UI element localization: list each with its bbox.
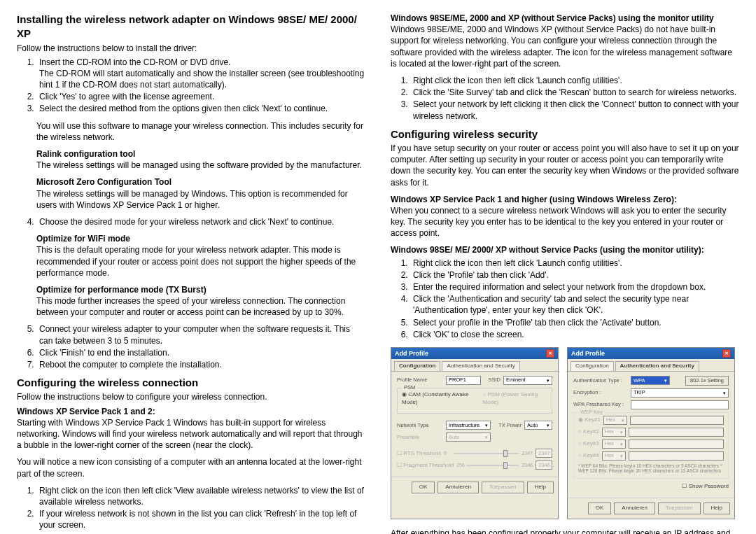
profile-name-label: Profile Name — [397, 377, 443, 384]
install-step-5: Connect your wireless adapter to your co… — [36, 323, 365, 346]
wifi-text: This is the default operating mode for y… — [36, 244, 365, 279]
security-heading: Configuring wireless security — [391, 127, 739, 141]
wifi-heading: Optimize for WiFi mode — [36, 233, 365, 244]
add-profile-dialog-config: Add Profile × Configuration Authenticati… — [391, 347, 559, 519]
monitor-step-1: Right click the icon then left click 'La… — [410, 75, 739, 86]
add-profile-dialog-auth: Add Profile × Configuration Authenticati… — [567, 347, 735, 519]
ssid-label: SSID — [484, 377, 500, 384]
install-list-a: Insert the CD-ROM into the CD-ROM or DVD… — [17, 57, 365, 115]
sec-step-2: Click the 'Profile' tab then click 'Add'… — [410, 269, 739, 281]
sec-step-6: Click 'OK' to close the screen. — [410, 329, 739, 340]
ralink-text: The wireless settings will be managed us… — [36, 160, 365, 171]
left-column: Installing the wireless network adapter … — [17, 13, 365, 534]
psm-radio[interactable]: PSM (Power Saving Mode) — [482, 391, 547, 407]
help-button-2[interactable]: Help — [704, 503, 730, 514]
security-list: Right click the icon then left click 'La… — [391, 258, 739, 340]
network-type-label: Network Type — [397, 422, 443, 429]
wifi-block: Optimize for WiFi mode This is the defau… — [36, 233, 365, 279]
config-step-3: When your wireless network is found you … — [36, 532, 365, 535]
txburst-text: This mode further increases the speed of… — [36, 295, 365, 318]
install-list-c: Connect your wireless adapter to your co… — [17, 323, 365, 370]
encryption-label: Encryption : — [573, 389, 628, 396]
key4-radio: Key#4 — [578, 452, 599, 460]
frag-checkbox[interactable]: Fragment Threshold — [397, 462, 454, 470]
monitor-step-2: Click the 'Site Survey' tab and click th… — [410, 87, 739, 98]
preamble-label: Preamble — [397, 434, 443, 441]
frag-value: 2346 — [536, 461, 552, 470]
tx-power-select[interactable]: Auto▾ — [524, 421, 552, 430]
frag-max: 2346 — [522, 462, 533, 468]
install-step-4: Choose the desired mode for your wireles… — [36, 216, 365, 227]
cam-radio[interactable]: CAM (Constantly Awake Mode) — [402, 391, 477, 407]
ralink-heading: Ralink configuration tool — [36, 148, 365, 160]
monitor-heading: Windows 98SE/ME, 2000 and XP (without Se… — [391, 13, 739, 24]
tab-auth-security[interactable]: Authentication and Security — [442, 361, 519, 371]
key4-input — [629, 451, 724, 461]
8021x-button[interactable]: 802.1x Setting — [685, 376, 729, 386]
install-list-b: Choose the desired mode for your wireles… — [17, 216, 365, 227]
ssid-select[interactable]: Eminent▾ — [503, 376, 552, 385]
ok-button-2[interactable]: OK — [588, 503, 612, 514]
wep-fieldset: WEP Key Key#1Hex▾ Key#2Hex▾ Key#3Hex▾ Ke… — [573, 412, 729, 479]
install-step-7: Reboot the computer to complete the inst… — [36, 359, 365, 370]
two-column-layout: Installing the wireless network adapter … — [17, 13, 739, 534]
chevron-down-icon: ▾ — [547, 377, 550, 384]
close-icon[interactable]: × — [722, 349, 731, 358]
frag-slider[interactable] — [466, 465, 519, 466]
psm-legend: PSM — [402, 384, 417, 391]
psm-fieldset: PSM CAM (Constantly Awake Mode) PSM (Pow… — [397, 388, 552, 414]
config-step-1: Right click on the icon then left click … — [36, 485, 365, 507]
help-button[interactable]: Help — [527, 482, 554, 493]
show-password-check[interactable]: Show Password — [682, 483, 729, 491]
key1-input — [630, 416, 724, 425]
key4-hex: Hex▾ — [602, 451, 626, 461]
cancel-button-2[interactable]: Annuleren — [614, 503, 654, 514]
rts-checkbox[interactable]: RTS Threshold — [397, 450, 441, 458]
config-follow: Follow the instructions below to configu… — [17, 391, 365, 402]
use-note: You will use this software to manage you… — [36, 120, 365, 143]
monitor-list: Right click the icon then left click 'La… — [391, 75, 739, 122]
ok-button[interactable]: OK — [412, 482, 435, 493]
key1-radio: Key#1 — [578, 416, 601, 424]
right-column: Windows 98SE/ME, 2000 and XP (without Se… — [391, 13, 739, 534]
rts-max: 2347 — [522, 450, 533, 456]
chevron-down-icon: ▾ — [485, 422, 488, 428]
txburst-heading: Optimize for performance mode (TX Burst) — [36, 284, 365, 295]
apply-button[interactable]: Toepassen — [482, 482, 524, 493]
zero-heading: Microsoft Zero Configuration Tool — [36, 176, 365, 188]
profile-name-input[interactable]: PROF1 — [446, 376, 481, 385]
network-type-select[interactable]: Infrastructure▾ — [446, 421, 491, 430]
sec-step-4: Click the 'Authentication and security' … — [410, 293, 739, 316]
install-step-1-text: Insert the CD-ROM into the CD-ROM or DVD… — [39, 57, 230, 67]
wpa-key-label: WPA Preshared Key : — [573, 401, 628, 408]
install-step-1: Insert the CD-ROM into the CD-ROM or DVD… — [36, 57, 365, 91]
dialog-buttons-1: OK Annuleren Toepassen Help — [391, 477, 558, 498]
apply-button-2[interactable]: Toepassen — [658, 503, 701, 514]
xp12-heading: Windows XP Service Pack 1 and 2: — [17, 406, 365, 417]
security-text: If you have setup security on your route… — [391, 143, 739, 188]
auth-type-select[interactable]: WPA▾ — [631, 376, 670, 385]
sec-step-3: Enter the required information and selec… — [410, 281, 739, 293]
key2-hex: Hex▾ — [602, 428, 626, 437]
tab-configuration[interactable]: Configuration — [394, 361, 440, 371]
cancel-button[interactable]: Annuleren — [438, 482, 478, 493]
monitor-text: Windows 98SE/ME, 2000 and Windows XP (wi… — [391, 24, 739, 69]
install-follow: Follow the instructions below to install… — [17, 43, 365, 54]
key2-radio: Key#2 — [578, 428, 599, 436]
key3-radio: Key#3 — [578, 440, 599, 448]
sec-step-5: Select your profile in the 'Profile' tab… — [410, 317, 739, 328]
xpzero-heading: Windows XP Service Pack 1 and higher (us… — [391, 194, 739, 205]
wpa-key-input[interactable] — [631, 400, 729, 409]
encryption-select[interactable]: TKIP▾ — [631, 388, 729, 398]
rts-slider[interactable] — [454, 453, 519, 454]
tab-configuration-2[interactable]: Configuration — [570, 361, 614, 371]
wep-note: * WEP 64 Bits: Please keyin 10 HEX chara… — [578, 463, 724, 474]
install-heading: Installing the wireless network adapter … — [17, 13, 365, 41]
install-step-3: Select the desired method from the optio… — [36, 103, 365, 114]
key3-hex: Hex▾ — [602, 440, 626, 449]
dialog-tabs-2: Configuration Authentication and Securit… — [568, 359, 734, 371]
rts-value: 2347 — [536, 449, 552, 458]
tab-auth-security-2[interactable]: Authentication and Security — [615, 361, 699, 371]
close-icon[interactable]: × — [546, 349, 554, 358]
chevron-down-icon: ▾ — [723, 390, 726, 396]
